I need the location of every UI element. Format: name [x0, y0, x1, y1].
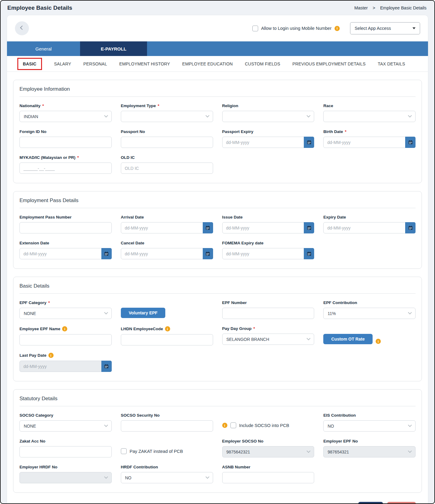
- expiry-date-field: Expiry Date: [323, 215, 416, 233]
- passport-no-input[interactable]: [121, 137, 213, 148]
- pay-day-group-select[interactable]: SELANGOR BRANCH: [222, 334, 314, 345]
- calendar-button[interactable]: [405, 137, 416, 148]
- employer-socso-no-select: 9875642321: [222, 446, 314, 457]
- chevron-left-icon: [20, 26, 24, 30]
- mykad-field: MYKAD/IC (Malaysian or PR)*: [19, 155, 112, 174]
- pay-zakat-checkbox[interactable]: [121, 448, 127, 454]
- nationality-select[interactable]: INDIAN: [19, 111, 112, 122]
- mykad-input[interactable]: [19, 163, 112, 174]
- passport-expiry-input[interactable]: [222, 137, 314, 148]
- custom-ot-rate-button[interactable]: Custom OT Rate: [323, 334, 373, 344]
- fomema-expiry-input[interactable]: [222, 248, 314, 259]
- employer-epf-no-field: Employer EPF No 987654321: [323, 439, 416, 457]
- calendar-icon: [104, 364, 109, 369]
- extension-date-input[interactable]: [19, 248, 112, 259]
- old-ic-input[interactable]: [121, 163, 213, 174]
- religion-select[interactable]: [222, 111, 314, 122]
- issue-date-field: Issue Date: [222, 215, 314, 233]
- subtab-personal[interactable]: PERSONAL: [83, 61, 107, 66]
- field-label: Employer EPF No: [323, 439, 358, 443]
- field-label: Employer SOCSO No: [222, 439, 264, 443]
- last-pay-date-input: [19, 361, 112, 372]
- required-asterisk: *: [48, 300, 50, 305]
- subtab-bar: BASIC SALARY PERSONAL EMPLOYMENT HISTORY…: [7, 56, 428, 72]
- back-button[interactable]: [15, 21, 29, 35]
- subtab-employment-history[interactable]: EMPLOYMENT HISTORY: [119, 61, 170, 66]
- app-access-select[interactable]: Select App Access: [350, 22, 420, 34]
- employment-type-select[interactable]: [121, 111, 213, 122]
- cancel-date-input[interactable]: [121, 248, 213, 259]
- chevron-down-icon: [205, 475, 209, 479]
- foreign-id-input[interactable]: [19, 137, 112, 148]
- subtab-custom-fields[interactable]: CUSTOM FIELDS: [245, 61, 280, 66]
- cancel-button[interactable]: Cancel: [387, 502, 416, 504]
- subtab-previous-employment-details[interactable]: PREVIOUS EMPLOYMENT DETAILS: [292, 61, 366, 66]
- required-asterisk: *: [345, 129, 346, 134]
- breadcrumb-parent[interactable]: Master: [354, 5, 368, 10]
- eis-contribution-select[interactable]: NO: [323, 420, 416, 432]
- socso-category-select[interactable]: NONE: [19, 420, 112, 432]
- lhdn-employee-code-input[interactable]: [121, 334, 213, 345]
- expiry-date-input[interactable]: [323, 222, 416, 233]
- main-tabbar: General E-PAYROLL: [7, 41, 428, 56]
- section-employment-pass-details: Employment Pass Details Employment Pass …: [13, 191, 422, 269]
- subtab-basic[interactable]: BASIC: [17, 58, 42, 70]
- info-icon: [48, 353, 54, 358]
- epf-category-select[interactable]: NONE: [19, 308, 112, 319]
- field-label: Issue Date: [222, 215, 243, 219]
- birth-date-input[interactable]: [323, 137, 416, 148]
- section-statutory-details: Statutory Details SOCSO Category NONE SO…: [13, 389, 422, 493]
- field-label: Foreign ID No: [19, 129, 47, 134]
- breadcrumb: Master > Employee Basic Details: [354, 5, 426, 10]
- chevron-down-icon: [408, 449, 412, 453]
- birth-date-field: Birth Date*: [323, 129, 416, 148]
- issue-date-input[interactable]: [222, 222, 314, 233]
- field-label: SOCSO Security No: [121, 413, 160, 418]
- old-ic-field: OLD IC: [121, 155, 213, 174]
- calendar-button[interactable]: [304, 222, 314, 233]
- employee-epf-name-field: Employee EPF Name: [19, 326, 112, 345]
- asnb-number-input[interactable]: [222, 472, 314, 483]
- socso-security-no-input[interactable]: [121, 420, 213, 432]
- tab-epayroll[interactable]: E-PAYROLL: [80, 41, 147, 56]
- calendar-button[interactable]: [203, 222, 213, 233]
- tab-general[interactable]: General: [7, 41, 80, 56]
- main-card: Allow to Login using Mobile Number Selec…: [7, 15, 428, 504]
- race-select[interactable]: [323, 111, 416, 122]
- field-label: EIS Contribution: [323, 413, 356, 418]
- section-basic-details: Basic Details EPF Category* NONE Volunta…: [13, 277, 422, 381]
- subtab-employee-education[interactable]: EMPLOYEE EDUCATION: [182, 61, 233, 66]
- field-label: Pay Day Group: [222, 326, 252, 331]
- include-socso-pcb-cell: Include SOCSO into PCB: [222, 413, 314, 432]
- field-label: Birth Date: [323, 129, 343, 134]
- employment-pass-number-input[interactable]: [19, 222, 112, 233]
- socso-security-no-field: SOCSO Security No: [121, 413, 213, 432]
- field-label: Nationality: [19, 103, 40, 108]
- epf-number-input[interactable]: [222, 308, 314, 319]
- hrdf-contribution-select[interactable]: NO: [121, 472, 213, 483]
- arrival-date-input[interactable]: [121, 222, 213, 233]
- calendar-button[interactable]: [101, 361, 112, 372]
- field-label: Employee EPF Name: [19, 327, 60, 331]
- calendar-button[interactable]: [203, 248, 213, 259]
- calendar-button[interactable]: [304, 248, 314, 259]
- include-socso-pcb-checkbox[interactable]: [230, 422, 236, 428]
- allow-login-checkbox[interactable]: [252, 26, 258, 31]
- field-label: HRDF Contribution: [121, 465, 158, 469]
- eis-contribution-field: EIS Contribution NO: [323, 413, 416, 432]
- custom-ot-rate-cell: Custom OT Rate: [323, 326, 416, 345]
- chevron-down-icon: [307, 114, 310, 117]
- epf-contribution-select[interactable]: 11%: [323, 308, 416, 319]
- field-label: Employment Pass Number: [19, 215, 72, 219]
- save-button[interactable]: Save: [358, 502, 383, 504]
- subtab-tax-details[interactable]: TAX DETAILS: [378, 61, 405, 66]
- calendar-button[interactable]: [405, 222, 416, 233]
- voluntary-epf-button[interactable]: Voluntary EPF: [121, 308, 166, 318]
- subtab-salary[interactable]: SALARY: [54, 61, 71, 66]
- employee-epf-name-input[interactable]: [19, 334, 112, 345]
- chevron-down-icon: [307, 336, 310, 340]
- calendar-button[interactable]: [101, 248, 112, 259]
- field-label: Last Pay Date: [19, 353, 47, 358]
- calendar-button[interactable]: [304, 137, 314, 148]
- zakat-acc-no-input[interactable]: [19, 446, 112, 457]
